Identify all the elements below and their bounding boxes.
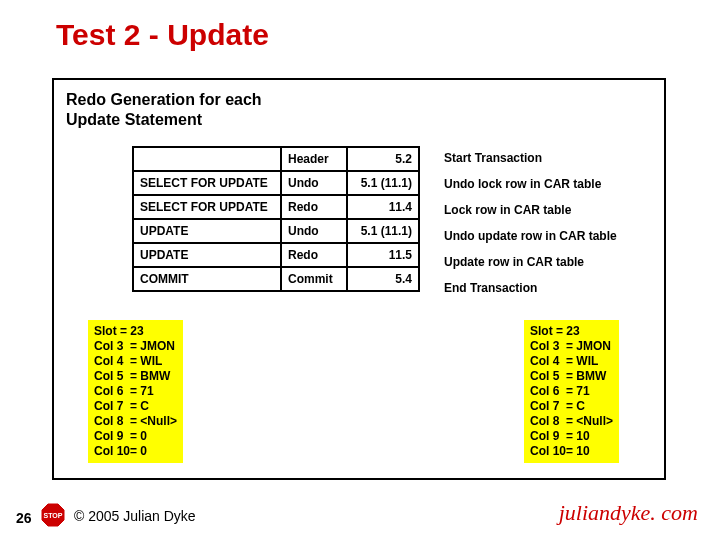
page-number: 26 — [16, 510, 32, 526]
cell-type: Undo — [281, 219, 347, 243]
slot-box-left: Slot = 23 Col 3 = JMON Col 4 = WIL Col 5… — [88, 320, 183, 463]
cell-type: Undo — [281, 171, 347, 195]
stop-label: STOP — [44, 512, 63, 519]
slot-box-right: Slot = 23 Col 3 = JMON Col 4 = WIL Col 5… — [524, 320, 619, 463]
cell-op: SELECT FOR UPDATE — [133, 195, 281, 219]
row-desc: Start Transaction — [444, 146, 542, 170]
cell-op: UPDATE — [133, 243, 281, 267]
table-row: UPDATEUndo5.1 (11.1) — [133, 219, 419, 243]
cell-val: 5.1 (11.1) — [347, 219, 419, 243]
cell-val: 11.5 — [347, 243, 419, 267]
row-desc: Undo lock row in CAR table — [444, 172, 601, 196]
cell-val: 5.4 — [347, 267, 419, 291]
cell-op: SELECT FOR UPDATE — [133, 171, 281, 195]
redo-table: Header5.2 SELECT FOR UPDATEUndo5.1 (11.1… — [132, 146, 420, 292]
cell-val: 5.2 — [347, 147, 419, 171]
cell-op: UPDATE — [133, 219, 281, 243]
cell-type: Redo — [281, 243, 347, 267]
table-row: Header5.2 — [133, 147, 419, 171]
cell-type: Header — [281, 147, 347, 171]
table-row: COMMITCommit5.4 — [133, 267, 419, 291]
table-row: SELECT FOR UPDATERedo11.4 — [133, 195, 419, 219]
table-row: SELECT FOR UPDATEUndo5.1 (11.1) — [133, 171, 419, 195]
cell-op: COMMIT — [133, 267, 281, 291]
cell-val: 5.1 (11.1) — [347, 171, 419, 195]
row-desc: Update row in CAR table — [444, 250, 584, 274]
cell-val: 11.4 — [347, 195, 419, 219]
stop-icon: STOP — [40, 502, 66, 528]
subtitle: Redo Generation for each Update Statemen… — [66, 90, 652, 130]
page-title: Test 2 - Update — [0, 0, 720, 52]
footer: 26 STOP © 2005 Julian Dyke juliandyke. c… — [0, 500, 720, 528]
cell-type: Commit — [281, 267, 347, 291]
cell-op — [133, 147, 281, 171]
slide: Test 2 - Update Redo Generation for each… — [0, 0, 720, 540]
row-desc: Lock row in CAR table — [444, 198, 571, 222]
brand: juliandyke. com — [559, 500, 698, 526]
cell-type: Redo — [281, 195, 347, 219]
row-desc: Undo update row in CAR table — [444, 224, 617, 248]
row-desc: End Transaction — [444, 276, 537, 300]
content-box: Redo Generation for each Update Statemen… — [52, 78, 666, 480]
copyright: © 2005 Julian Dyke — [74, 508, 196, 524]
table-row: UPDATERedo11.5 — [133, 243, 419, 267]
